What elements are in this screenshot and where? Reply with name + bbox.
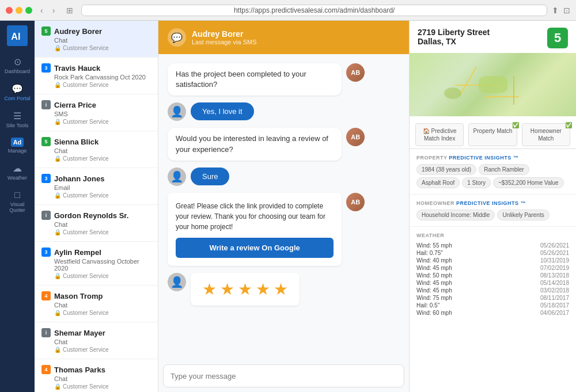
- contact-item-cierra-price[interactable]: i Cierra Price SMS 🔒 Customer Service: [35, 94, 158, 131]
- weather-event-date: 03/02/2018: [540, 287, 569, 294]
- contact-item-thomas-parks[interactable]: 4 Thomas Parks Chat 🔒 Customer Service: [35, 359, 158, 392]
- close-button[interactable]: [6, 7, 13, 14]
- right-panel: 2719 Liberty Street Dallas, TX 5 🏠 Predi…: [409, 21, 576, 392]
- weather-event-text: Wind: 45 mph: [416, 265, 452, 271]
- contact-type: 🔒 Customer Service: [54, 383, 151, 390]
- avatar: AB: [346, 193, 365, 211]
- sidebar-item-com-portal[interactable]: 💬 Com Portal: [0, 80, 35, 105]
- homeowner-insights-brand: PREDICTIVE INSIGHTS ™: [456, 200, 526, 206]
- back-button[interactable]: ‹: [37, 5, 47, 16]
- weather-event-text: Wind: 50 mph: [416, 272, 452, 279]
- contact-item-audrey-borer[interactable]: 5 Audrey Borer Chat 🔒 Customer Service: [35, 21, 158, 58]
- weather-event-text: Hail: 0.75": [416, 250, 443, 256]
- weather-section: WEATHER Wind: 55 mph 05/26/2021 Hail: 0.…: [410, 227, 576, 322]
- tag-roof: Asphalt Roof: [416, 177, 460, 188]
- contact-badge: 5: [41, 26, 51, 36]
- contact-item-mason-tromp[interactable]: 4 Mason Tromp Chat 🔒 Customer Service: [35, 286, 158, 322]
- forward-button[interactable]: ›: [49, 5, 59, 16]
- contact-badge: 3: [41, 174, 51, 183]
- contact-type: 🔒 Customer Service: [54, 119, 151, 125]
- avatar: 👤: [168, 102, 186, 121]
- chat-header-info: Audrey Borer Last message via SMS: [192, 29, 257, 45]
- message-row: Would you be interested in leaving a rev…: [168, 128, 400, 160]
- map-inner: [410, 53, 576, 116]
- insights-brand: PREDICTIVE INSIGHTS ™: [449, 155, 518, 161]
- avatar: AB: [346, 63, 365, 82]
- tab-property-match[interactable]: ✅ Property Match: [468, 123, 517, 146]
- contact-type: 🔒 Customer Service: [54, 155, 151, 162]
- weather-event-text: Wind: 60 mph: [416, 310, 452, 316]
- dashboard-icon: ⊙: [14, 56, 21, 67]
- sidebar-item-dashboard[interactable]: ⊙ Dashboard: [0, 53, 35, 78]
- write-review-button[interactable]: Write a review On Google: [176, 238, 334, 258]
- tag-value: ~$352,200 Home Value: [493, 177, 564, 188]
- sidebar-toggle-button[interactable]: ⊞: [63, 5, 77, 16]
- chat-contact-sub: Last message via SMS: [192, 39, 257, 45]
- chat-messages: Has the project been completed to your s…: [158, 54, 409, 360]
- contact-badge: 4: [41, 365, 51, 374]
- sidebar-item-label: Visual Quoter: [2, 201, 32, 213]
- maximize-button[interactable]: [25, 7, 32, 14]
- tab-homeowner-match[interactable]: ✅ Homeowner Match: [522, 123, 570, 146]
- contact-item-gordon-reynolds[interactable]: i Gordon Reynolds Sr. Chat 🔒 Customer Se…: [35, 205, 158, 242]
- chat-input[interactable]: [170, 372, 397, 380]
- share-button[interactable]: ⬆: [552, 6, 559, 15]
- customer-reply-button[interactable]: Yes, I love it: [191, 102, 254, 120]
- contact-name: Johann Jones: [54, 174, 104, 183]
- avatar: 👤: [168, 168, 186, 186]
- weather-event-date: 08/13/2018: [540, 272, 569, 279]
- tag-income: Household Income: Middle: [416, 210, 495, 220]
- fullscreen-button[interactable]: ⊡: [563, 6, 570, 15]
- contact-sub: Chat: [54, 221, 151, 228]
- weather-event-text: Wind: 55 mph: [416, 242, 452, 249]
- contact-item-aylin-rempel[interactable]: 3 Aylin Rempel Westfield Canvassing Octo…: [35, 242, 158, 286]
- weather-event-date: 07/02/2019: [540, 265, 569, 271]
- message-row: Has the project been completed to your s…: [168, 63, 400, 96]
- sidebar-item-visual-quoter[interactable]: □ Visual Quoter: [0, 187, 35, 216]
- weather-event-4: Wind: 45 mph 07/02/2019: [416, 264, 569, 272]
- contact-badge: 4: [41, 291, 51, 300]
- tab-label: Property Match: [473, 128, 513, 134]
- contact-name: Aylin Rempel: [54, 248, 101, 257]
- contact-item-travis-hauck[interactable]: 3 Travis Hauck Rock Park Canvassing Oct …: [35, 58, 158, 94]
- property-tabs: 🏠 PredictiveMatch Index ✅ Property Match…: [410, 121, 576, 149]
- weather-event-date: 05/14/2018: [540, 280, 569, 286]
- customer-sure-button[interactable]: Sure: [191, 168, 229, 185]
- contact-item-johann-jones[interactable]: 3 Johann Jones Email 🔒 Customer Service: [35, 168, 158, 205]
- contact-badge: i: [41, 328, 51, 337]
- tag-stories: 1 Story: [462, 177, 491, 188]
- minimize-button[interactable]: [16, 7, 22, 14]
- sidebar-item-label: Manage: [8, 148, 27, 154]
- traffic-lights: [6, 7, 32, 14]
- url-bar[interactable]: https://apps.predictivesalesai.com/admin…: [81, 5, 547, 16]
- contact-name: Thomas Parks: [54, 366, 105, 374]
- contact-badge: i: [41, 100, 51, 109]
- homeowner-insights-section: HOMEOWNER PREDICTIVE INSIGHTS ™ Househol…: [410, 195, 576, 227]
- contact-type: 🔒 Customer Service: [54, 45, 151, 51]
- message-text: Has the project been completed to your s…: [176, 70, 306, 89]
- contact-item-shemar-mayer[interactable]: i Shemar Mayer Chat 🔒 Customer Service: [35, 322, 158, 359]
- weather-event-text: Wind: 40 mph: [416, 257, 452, 264]
- contact-type: 🔒 Customer Service: [54, 192, 151, 199]
- sidebar-item-weather[interactable]: ☁ Weather: [0, 159, 35, 184]
- contact-name: Audrey Borer: [54, 27, 102, 36]
- sidebar-item-site-tools[interactable]: ☰ Site Tools: [0, 107, 35, 132]
- weather-event-text: Wind: 45 mph: [416, 287, 452, 294]
- contact-sub: Chat: [54, 338, 151, 345]
- weather-event-2: Hail: 0.75" 05/26/2021: [416, 249, 569, 257]
- sidebar-item-label: Com Portal: [4, 96, 30, 101]
- homeowner-tags: Household Income: Middle Unlikely Parent…: [416, 210, 569, 220]
- score-badge: 5: [547, 28, 568, 48]
- tab-predictive-match-index[interactable]: 🏠 PredictiveMatch Index: [415, 123, 464, 146]
- weather-event-6: Wind: 45 mph 05/14/2018: [416, 279, 569, 287]
- map-placeholder: [410, 53, 576, 116]
- property-insights-section: PROPERTY PREDICTIVE INSIGHTS ™ 1984 (38 …: [410, 149, 576, 195]
- tag-parents: Unlikely Parents: [497, 210, 549, 220]
- sidebar-item-manage[interactable]: Ad Manage: [0, 134, 35, 157]
- contact-type: 🔒 Customer Service: [54, 310, 151, 316]
- address-line1: 2719 Liberty Street: [418, 28, 490, 37]
- property-header: 2719 Liberty Street Dallas, TX 5: [410, 21, 576, 53]
- contact-item-sienna-blick[interactable]: 5 Sienna Blick Chat 🔒 Customer Service: [35, 131, 158, 168]
- star-2: ★: [220, 280, 234, 299]
- chat-contact-name: Audrey Borer: [192, 29, 257, 39]
